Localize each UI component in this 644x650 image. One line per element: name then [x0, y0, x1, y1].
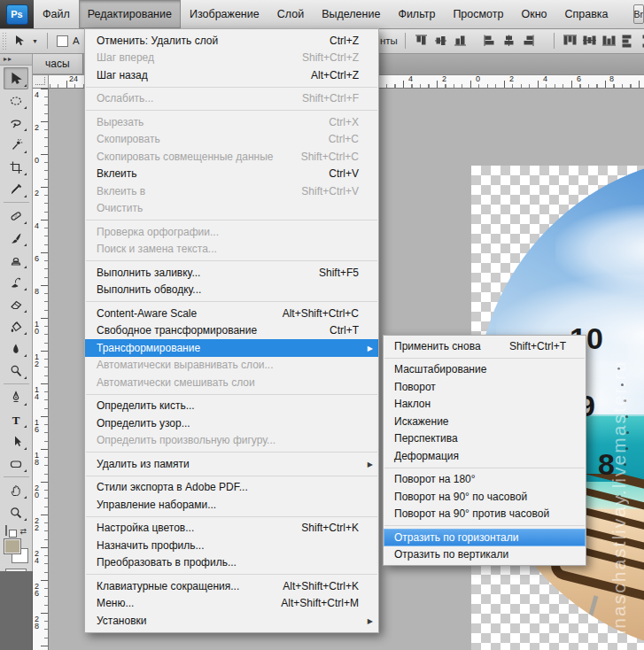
dodge-tool[interactable] — [4, 360, 28, 382]
edit-menu-item[interactable]: Выполнить заливку...Shift+F5 — [85, 264, 378, 282]
paint-bucket-tool[interactable] — [4, 315, 28, 337]
vertical-ruler[interactable]: 42024681 01 21 41 61 82 02 22 42 62 8 — [33, 89, 49, 650]
transform-submenu-item[interactable]: Поворот на 90° по часовой — [384, 488, 586, 506]
transform-submenu-item[interactable]: Деформация — [384, 447, 586, 465]
edit-menu-item[interactable]: Стили экспорта в Adobe PDF... — [85, 479, 378, 497]
transform-submenu-item[interactable]: Отразить по горизонтали — [384, 529, 586, 546]
elliptical-marquee-tool[interactable] — [4, 89, 28, 112]
distribute-top-edges-icon[interactable] — [562, 32, 578, 50]
distribute-bottom-edges-icon[interactable] — [601, 32, 617, 50]
edit-menu-item[interactable]: Настройка цветов...Shift+Ctrl+K — [85, 520, 378, 538]
toolbox-separator — [4, 202, 29, 203]
type-tool[interactable]: T — [4, 408, 28, 430]
edit-menu-item[interactable]: Content-Aware ScaleAlt+Shift+Ctrl+C — [85, 305, 378, 322]
transform-submenu-item[interactable]: Поворот — [384, 378, 586, 396]
lasso-tool[interactable] — [4, 112, 28, 134]
menubar-item-7[interactable]: Окно — [512, 0, 555, 28]
edit-menu-item[interactable]: ВырезатьCtrl+X — [85, 113, 378, 131]
quick-selection-tool[interactable] — [4, 134, 28, 156]
edit-menu-item[interactable]: Скопировать совмещенные данныеShift+Ctrl… — [85, 148, 378, 166]
edit-menu-item[interactable]: Отменить: Удалить слойCtrl+Z — [85, 32, 378, 50]
align-right-edges-icon[interactable] — [520, 32, 537, 50]
edit-menu-item[interactable]: Шаг впередShift+Ctrl+Z — [85, 50, 378, 67]
clone-stamp-tool[interactable] — [4, 249, 28, 271]
edit-menu-item[interactable]: Ослабить...Shift+Ctrl+F — [85, 90, 378, 108]
default-and-swap-colors[interactable]: ⇄ — [4, 526, 27, 537]
menubar-item-5[interactable]: Фильтр — [389, 0, 444, 28]
crop-tool[interactable] — [4, 156, 28, 178]
edit-menu-item[interactable]: Установки▶ — [85, 612, 378, 630]
edit-menu-item[interactable]: Удалить из памяти▶ — [85, 455, 378, 473]
eyedropper-tool[interactable] — [4, 178, 28, 200]
menubar-item-2[interactable]: Изображение — [181, 0, 268, 28]
edit-menu-item[interactable]: Очистить — [85, 200, 378, 218]
transform-submenu-item[interactable]: Поворот на 180° — [384, 471, 586, 489]
move-tool[interactable] — [4, 67, 28, 89]
path-selection-tool[interactable] — [4, 430, 28, 453]
menubar-item-6[interactable]: Просмотр — [444, 0, 512, 28]
edit-menu-item[interactable]: Шаг назадAlt+Ctrl+Z — [85, 66, 378, 84]
hand-tool[interactable] — [4, 479, 28, 501]
toolbox-collapse-button[interactable]: ▸▸ — [0, 53, 33, 66]
distribute-left-edges-icon[interactable] — [620, 32, 637, 50]
healing-brush-tool[interactable] — [4, 205, 28, 227]
edit-menu-item[interactable]: Определить произвольную фигуру... — [85, 432, 378, 450]
document-tab[interactable]: часы — [33, 53, 83, 74]
edit-menu-item[interactable]: ВклеитьCtrl+V — [85, 166, 378, 183]
shape-tool[interactable] — [4, 453, 28, 475]
transform-submenu-item[interactable]: Перспектива — [384, 430, 586, 448]
edit-menu-item[interactable]: Выполнить обводку... — [85, 282, 378, 299]
edit-menu-item[interactable]: Проверка орфографии... — [85, 223, 378, 241]
transform-submenu-item[interactable]: Применить сноваShift+Ctrl+T — [384, 337, 586, 355]
edit-menu-item[interactable]: Определить узор... — [85, 414, 378, 432]
menubar-item-3[interactable]: Слой — [268, 0, 313, 28]
transform-submenu-item[interactable]: Масштабирование — [384, 361, 586, 379]
edit-menu-item[interactable]: Трансформирование▶ — [85, 339, 378, 357]
eraser-tool[interactable] — [4, 293, 28, 315]
align-horizontal-centers-icon[interactable] — [500, 32, 517, 50]
menu-separator — [86, 574, 377, 575]
photoshop-logo[interactable]: Ps — [6, 4, 28, 25]
edit-menu-item[interactable]: Определить кисть... — [85, 398, 378, 415]
ruler-number: 2 4 — [35, 550, 39, 564]
edit-menu-item[interactable]: Вклеить вShift+Ctrl+V — [85, 182, 378, 200]
foreground-color-swatch[interactable] — [4, 538, 21, 554]
menubar-item-1[interactable]: Редактирование — [79, 0, 181, 28]
align-bottom-edges-icon[interactable] — [452, 32, 469, 50]
blur-tool[interactable] — [4, 337, 28, 360]
edit-menu-item[interactable]: СкопироватьCtrl+C — [85, 131, 378, 149]
pen-tool[interactable] — [4, 386, 28, 408]
launch-bridge-button[interactable]: Br — [633, 4, 644, 24]
options-bar-grip[interactable] — [2, 32, 7, 50]
distribute-horizontal-centers-icon[interactable] — [640, 32, 644, 50]
transform-submenu-item[interactable]: Поворот на 90° против часовой — [384, 506, 586, 523]
edit-menu-item[interactable]: Управление наборами... — [85, 496, 378, 514]
align-top-edges-icon[interactable] — [413, 32, 430, 50]
edit-menu-item[interactable]: Автоматически выравнивать слои... — [85, 357, 378, 375]
zoom-tool[interactable] — [4, 501, 28, 523]
align-vertical-centers-icon[interactable] — [432, 32, 449, 50]
edit-menu-item[interactable]: Меню...Alt+Shift+Ctrl+M — [85, 595, 378, 613]
edit-menu-item[interactable]: Поиск и замена текста... — [85, 241, 378, 259]
tool-preset-caret-icon[interactable]: ▼ — [32, 38, 38, 44]
edit-menu-item[interactable]: Свободное трансформированиеCtrl+T — [85, 322, 378, 340]
brush-tool[interactable] — [4, 227, 28, 249]
menu-item-label: Искажение — [394, 415, 449, 428]
edit-menu-item[interactable]: Преобразовать в профиль... — [85, 554, 378, 572]
auto-select-checkbox[interactable] — [57, 35, 68, 47]
edit-menu-item[interactable]: Назначить профиль... — [85, 537, 378, 554]
transform-submenu-item[interactable]: Отразить по вертикали — [384, 546, 586, 564]
edit-menu-item[interactable]: Автоматически смешивать слои — [85, 374, 378, 391]
transform-submenu-item[interactable]: Наклон — [384, 396, 586, 414]
ruler-origin-box[interactable] — [33, 74, 49, 89]
transform-submenu-item[interactable]: Искажение — [384, 413, 586, 430]
edit-menu-item[interactable]: Клавиатурные сокращения...Alt+Shift+Ctrl… — [85, 577, 378, 595]
distribute-vertical-centers-icon[interactable] — [581, 32, 598, 50]
align-left-edges-icon[interactable] — [481, 32, 498, 50]
default-colors-icon[interactable] — [5, 526, 16, 537]
menubar-item-8[interactable]: Справка — [556, 0, 617, 28]
menubar-item-0[interactable]: Файл — [34, 0, 79, 28]
history-brush-tool[interactable] — [4, 271, 28, 293]
menubar-item-4[interactable]: Выделение — [313, 0, 389, 28]
swap-colors-icon[interactable]: ⇄ — [19, 527, 27, 536]
